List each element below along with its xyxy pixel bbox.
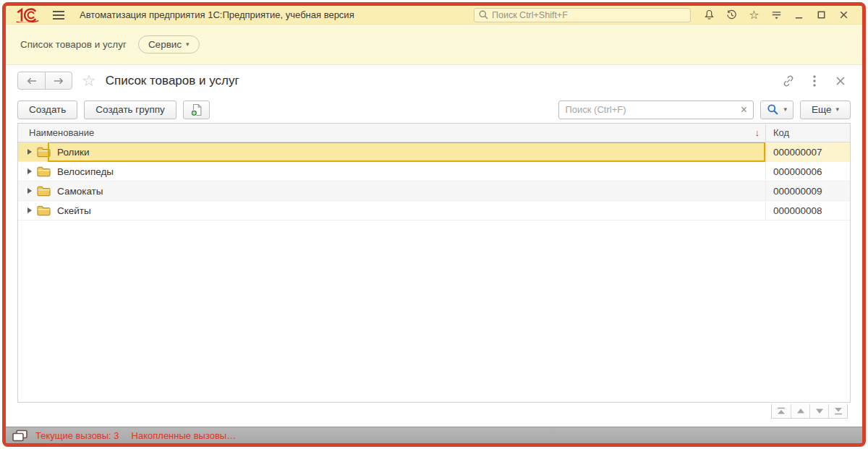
back-button[interactable] — [18, 72, 45, 89]
name-cell[interactable]: Самокаты — [18, 181, 765, 200]
more-actions-kebab-icon[interactable] — [804, 72, 825, 90]
chevron-down-icon: ▾ — [783, 106, 787, 113]
main-menu-icon[interactable] — [52, 10, 65, 20]
item-code: 000000008 — [773, 205, 822, 216]
notifications-bell-icon[interactable] — [698, 7, 720, 24]
forward-button[interactable] — [45, 72, 72, 89]
table-row[interactable]: Самокаты 000000009 — [18, 181, 850, 201]
create-button[interactable]: Создать — [17, 101, 77, 119]
item-name: Велосипеды — [57, 166, 114, 177]
item-code: 000000007 — [773, 147, 822, 158]
chevron-down-icon: ▾ — [835, 106, 839, 113]
expand-triangle-icon[interactable] — [27, 188, 32, 194]
column-header-name[interactable]: Наименование ↓ — [18, 124, 765, 142]
more-button[interactable]: Еще ▾ — [800, 101, 851, 119]
column-header-code[interactable]: Код — [765, 124, 850, 142]
close-window-button[interactable] — [833, 7, 855, 24]
item-name: Скейты — [57, 205, 91, 216]
code-cell[interactable]: 000000007 — [765, 142, 850, 161]
folder-icon — [37, 186, 51, 197]
table-body: Ролики 000000007 — [18, 142, 850, 402]
current-calls-label[interactable]: Текущие вызовы: 3 — [35, 430, 119, 441]
items-table: Наименование ↓ Код — [17, 123, 851, 403]
expand-triangle-icon[interactable] — [27, 168, 32, 174]
expand-triangle-icon[interactable] — [27, 149, 32, 155]
app-window: Автоматизация предприятия 1С:Предприятие… — [2, 2, 866, 447]
command-bar: Создать Создать группу × — [6, 96, 862, 123]
add-to-favorites-star-icon[interactable]: ☆ — [82, 73, 96, 89]
document-plus-icon — [190, 103, 203, 117]
history-nav-group — [17, 72, 72, 90]
service-settings-icon[interactable] — [765, 7, 788, 24]
form-header: ☆ Список товаров и услуг — [6, 65, 862, 96]
performance-status-bar: Текущие вызовы: 3 Накопленные вызовы… — [6, 427, 862, 443]
find-button[interactable]: ▾ — [760, 101, 793, 119]
go-up-icon[interactable] — [791, 404, 809, 418]
chevron-down-icon: ▾ — [186, 41, 190, 48]
item-name: Самокаты — [57, 186, 103, 197]
folder-icon — [37, 147, 51, 158]
search-icon — [767, 103, 779, 116]
open-windows-panel: Список товаров и услуг Сервис ▾ — [6, 25, 862, 65]
table-row[interactable]: Скейты 000000008 — [18, 201, 850, 221]
name-cell[interactable]: Скейты — [18, 201, 765, 220]
global-search-input[interactable] — [492, 10, 686, 20]
search-icon — [479, 10, 488, 20]
titlebar-icons: ☆ — [698, 7, 855, 24]
code-cell[interactable]: 000000008 — [765, 201, 850, 220]
list-form: ☆ Список товаров и услуг — [6, 65, 862, 427]
name-cell[interactable]: Велосипеды — [18, 162, 765, 181]
global-search-box[interactable] — [474, 8, 691, 22]
folder-icon — [37, 205, 51, 216]
name-cell[interactable]: Ролики — [18, 142, 765, 161]
service-menu-button[interactable]: Сервис ▾ — [138, 35, 200, 54]
clear-search-icon[interactable]: × — [734, 101, 753, 119]
table-header: Наименование ↓ Код — [18, 124, 850, 142]
app-title: Автоматизация предприятия 1С:Предприятие… — [80, 9, 354, 20]
sort-descending-icon: ↓ — [755, 127, 760, 138]
cascade-windows-icon — [12, 429, 29, 442]
folder-icon — [37, 166, 51, 177]
list-scroll-buttons — [771, 404, 848, 419]
open-window-tab[interactable]: Список товаров и услуг — [20, 39, 127, 50]
history-icon[interactable] — [720, 7, 743, 24]
table-row[interactable]: Велосипеды 000000006 — [18, 162, 850, 181]
accumulated-calls-label[interactable]: Накопленные вызовы… — [132, 430, 237, 441]
table-row[interactable]: Ролики 000000007 — [18, 142, 850, 162]
code-cell[interactable]: 000000009 — [765, 181, 850, 200]
favorites-star-icon[interactable]: ☆ — [743, 7, 765, 24]
item-code: 000000009 — [773, 186, 822, 197]
go-to-top-icon[interactable] — [772, 404, 791, 418]
create-group-button[interactable]: Создать группу — [84, 101, 176, 119]
form-header-icons — [778, 72, 851, 90]
item-name: Ролики — [57, 147, 90, 158]
expand-triangle-icon[interactable] — [27, 208, 32, 213]
page-title: Список товаров и услуг — [106, 74, 239, 88]
bottom-strip — [6, 403, 862, 427]
get-link-icon[interactable] — [778, 72, 799, 90]
go-down-icon[interactable] — [809, 404, 828, 418]
list-search-input[interactable] — [559, 104, 734, 115]
maximize-button[interactable] — [810, 7, 833, 24]
go-to-bottom-icon[interactable] — [828, 404, 847, 418]
close-form-button[interactable] — [830, 72, 851, 90]
create-by-copy-button[interactable] — [183, 101, 210, 119]
1c-logo-icon — [14, 7, 41, 22]
item-code: 000000006 — [773, 166, 822, 177]
titlebar: Автоматизация предприятия 1С:Предприятие… — [6, 6, 862, 25]
minimize-button[interactable] — [788, 7, 810, 24]
code-cell[interactable]: 000000006 — [765, 162, 850, 181]
list-search-box[interactable]: × — [558, 101, 754, 119]
